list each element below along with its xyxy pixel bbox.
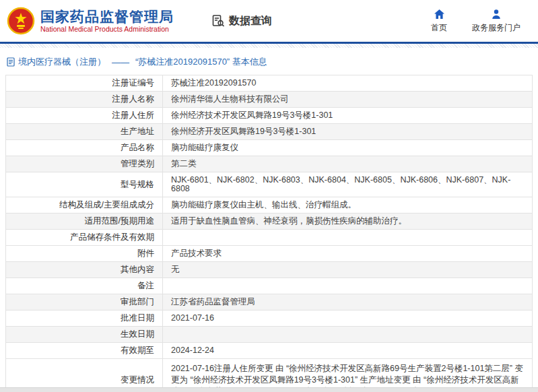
- page-header: 国家药品监督管理局 National Medical Products Admi…: [0, 0, 538, 42]
- row-label: 注册人名称: [6, 92, 163, 108]
- row-value: 徐州经济开发区凤舞路19号3号楼1-301: [163, 124, 533, 140]
- registration-info: 注册证编号 苏械注准20192091570 注册人名称 徐州清华德人生物科技有限…: [0, 73, 538, 392]
- table-row-production-address: 生产地址 徐州经济开发区凤舞路19号3号楼1-301: [6, 124, 533, 140]
- row-value: 徐州经济技术开发区凤舞路19号3号楼1-301: [163, 108, 533, 124]
- row-value: [163, 327, 533, 343]
- breadcrumb-current: “苏械注准20192091570” 基本信息: [135, 56, 267, 68]
- table-row-approval-date: 批准日期 2021-07-16: [6, 311, 533, 327]
- table-row-approval-dept: 审批部门 江苏省药品监督管理局: [6, 294, 533, 311]
- table-row-expiry-date: 有效期至 2024-12-24: [6, 343, 533, 359]
- row-value: 2021-07-16: [163, 311, 533, 327]
- row-label: 附件: [6, 246, 163, 262]
- row-value: 产品技术要求: [163, 246, 533, 262]
- row-label: 生产地址: [6, 124, 163, 140]
- row-label: 注册人住所: [6, 108, 163, 124]
- document-icon: [7, 57, 15, 67]
- org-subtitle: National Medical Products Administration: [40, 26, 174, 34]
- document-search-icon: [211, 14, 225, 28]
- row-value: 脑功能磁疗康复仪: [163, 140, 533, 156]
- table-row-storage: 产品储存条件及有效期: [6, 230, 533, 246]
- org-title: 国家药品监督管理局: [40, 9, 174, 24]
- table-row-remarks: 备注: [6, 278, 533, 294]
- row-label: 备注: [6, 278, 163, 294]
- info-table: 注册证编号 苏械注准20192091570 注册人名称 徐州清华德人生物科技有限…: [5, 75, 533, 392]
- row-label: 管理类别: [6, 156, 163, 172]
- nav-home[interactable]: 首页: [424, 9, 455, 34]
- row-label: 批准日期: [6, 311, 163, 327]
- home-icon: [434, 9, 445, 20]
- row-value: 适用于缺血性脑血管病、神经衰弱，脑损伤性疾病的辅助治疗。: [163, 214, 533, 230]
- user-icon: [491, 9, 502, 20]
- row-label: 有效期至: [6, 343, 163, 359]
- nav-gov-portal-label: 政务服务门户: [472, 22, 520, 34]
- nav-gov-portal[interactable]: 政务服务门户: [472, 9, 520, 34]
- table-row-attachment: 附件 产品技术要求: [6, 246, 533, 262]
- nmpa-emblem-logo: [7, 6, 35, 37]
- row-label: 适用范围/预期用途: [6, 214, 163, 230]
- row-value: 江苏省药品监督管理局: [163, 294, 533, 311]
- breadcrumb: 境内医疗器械（注册） —— “苏械注准20192091570” 基本信息: [0, 48, 538, 73]
- row-label: 型号规格: [6, 172, 163, 197]
- table-row-intended-use: 适用范围/预期用途 适用于缺血性脑血管病、神经衰弱，脑损伤性疾病的辅助治疗。: [6, 214, 533, 230]
- breadcrumb-separator: ——: [112, 57, 129, 67]
- row-label: 结构及组成/主要组成成分: [6, 197, 163, 214]
- table-row-reg-number: 注册证编号 苏械注准20192091570: [6, 75, 533, 92]
- table-row-management-class: 管理类别 第二类: [6, 156, 533, 172]
- org-identity: 国家药品监督管理局 National Medical Products Admi…: [40, 9, 174, 34]
- row-label: 注册证编号: [6, 75, 163, 92]
- row-label: 审批部门: [6, 294, 163, 311]
- breadcrumb-section[interactable]: 境内医疗器械（注册）: [18, 56, 106, 68]
- row-label: 产品名称: [6, 140, 163, 156]
- row-value: 苏械注准20192091570: [163, 75, 533, 92]
- table-row-registrant-address: 注册人住所 徐州经济技术开发区凤舞路19号3号楼1-301: [6, 108, 533, 124]
- row-value: 第二类: [163, 156, 533, 172]
- nav-home-label: 首页: [431, 22, 447, 34]
- header-nav: 首页 政务服务门户: [424, 9, 531, 34]
- row-value: 徐州清华德人生物科技有限公司: [163, 92, 533, 108]
- table-row-effective-date: 生效日期: [6, 327, 533, 343]
- table-row-registrant-name: 注册人名称 徐州清华德人生物科技有限公司: [6, 92, 533, 108]
- row-label: 产品储存条件及有效期: [6, 230, 163, 246]
- row-value: NJK-6801、NJK-6802、NJK-6803、NJK-6804、NJK-…: [163, 172, 533, 197]
- row-value: 2024-12-24: [163, 343, 533, 359]
- table-row-other-content: 其他内容 无: [6, 262, 533, 278]
- data-query-button[interactable]: 数据查询: [211, 14, 272, 28]
- row-label: 其他内容: [6, 262, 163, 278]
- row-value: 脑功能磁疗康复仪由主机、输出线、治疗帽组成。: [163, 197, 533, 214]
- row-value: 无: [163, 262, 533, 278]
- row-value: [163, 278, 533, 294]
- table-row-structure: 结构及组成/主要组成成分 脑功能磁疗康复仪由主机、输出线、治疗帽组成。: [6, 197, 533, 214]
- data-query-label: 数据查询: [229, 14, 272, 28]
- row-value: [163, 230, 533, 246]
- table-row-model-spec: 型号规格 NJK-6801、NJK-6802、NJK-6803、NJK-6804…: [6, 172, 533, 197]
- row-label: 生效日期: [6, 327, 163, 343]
- footer-strip: [0, 387, 538, 392]
- table-row-product-name: 产品名称 脑功能磁疗康复仪: [6, 140, 533, 156]
